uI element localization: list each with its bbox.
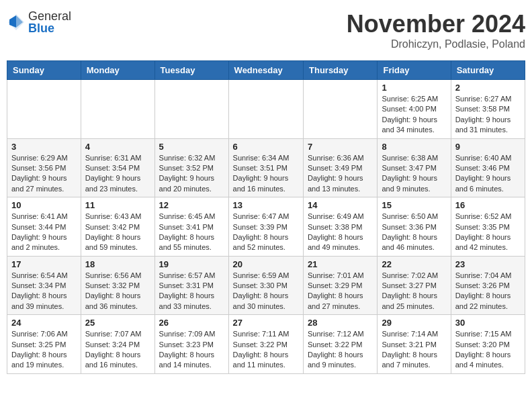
title-section: November 2024 Drohiczyn, Podlasie, Polan… [347, 10, 525, 50]
day-info: Sunrise: 6:56 AM Sunset: 3:32 PM Dayligh… [85, 271, 150, 312]
day-number: 4 [85, 142, 150, 152]
month-title: November 2024 [347, 10, 525, 38]
week-row-3: 10Sunrise: 6:41 AM Sunset: 3:44 PM Dayli… [7, 197, 525, 257]
week-row-4: 17Sunrise: 6:54 AM Sunset: 3:34 PM Dayli… [7, 256, 525, 315]
day-info: Sunrise: 6:41 AM Sunset: 3:44 PM Dayligh… [11, 212, 77, 253]
day-info: Sunrise: 6:57 AM Sunset: 3:31 PM Dayligh… [159, 271, 224, 312]
svg-marker-2 [9, 15, 16, 28]
logo-general-text: General [28, 10, 71, 22]
column-header-sunday: Sunday [7, 61, 81, 80]
day-info: Sunrise: 6:34 AM Sunset: 3:51 PM Dayligh… [233, 153, 299, 195]
day-number: 24 [11, 318, 77, 328]
day-number: 15 [382, 200, 446, 210]
day-cell: 15Sunrise: 6:50 AM Sunset: 3:36 PM Dayli… [378, 197, 451, 257]
day-number: 26 [159, 318, 224, 328]
day-cell [81, 80, 154, 139]
day-info: Sunrise: 6:47 AM Sunset: 3:39 PM Dayligh… [233, 212, 299, 253]
day-cell [228, 80, 303, 139]
day-info: Sunrise: 6:54 AM Sunset: 3:34 PM Dayligh… [11, 271, 77, 312]
day-info: Sunrise: 6:25 AM Sunset: 4:00 PM Dayligh… [382, 94, 446, 136]
logo-text: General Blue [28, 10, 71, 34]
day-cell: 4Sunrise: 6:31 AM Sunset: 3:54 PM Daylig… [81, 138, 154, 197]
week-row-2: 3Sunrise: 6:29 AM Sunset: 3:56 PM Daylig… [7, 138, 525, 197]
day-number: 30 [455, 318, 521, 328]
day-info: Sunrise: 6:32 AM Sunset: 3:52 PM Dayligh… [159, 153, 224, 195]
day-cell [7, 80, 81, 139]
day-number: 10 [11, 200, 77, 210]
day-cell: 3Sunrise: 6:29 AM Sunset: 3:56 PM Daylig… [7, 138, 81, 197]
day-number: 14 [308, 200, 373, 210]
day-number: 20 [233, 259, 299, 269]
day-number: 17 [11, 259, 77, 269]
day-number: 13 [233, 200, 299, 210]
day-info: Sunrise: 7:12 AM Sunset: 3:22 PM Dayligh… [308, 329, 373, 371]
day-info: Sunrise: 6:50 AM Sunset: 3:36 PM Dayligh… [382, 212, 446, 253]
day-info: Sunrise: 6:31 AM Sunset: 3:54 PM Dayligh… [85, 153, 150, 195]
day-cell: 20Sunrise: 6:59 AM Sunset: 3:30 PM Dayli… [228, 256, 303, 315]
day-cell: 13Sunrise: 6:47 AM Sunset: 3:39 PM Dayli… [228, 197, 303, 257]
day-number: 2 [455, 83, 521, 93]
calendar-header-row: SundayMondayTuesdayWednesdayThursdayFrid… [7, 61, 525, 80]
day-info: Sunrise: 7:06 AM Sunset: 3:25 PM Dayligh… [11, 329, 77, 371]
day-number: 22 [382, 259, 446, 269]
location-title: Drohiczyn, Podlasie, Poland [347, 38, 525, 50]
day-number: 23 [455, 259, 521, 269]
day-info: Sunrise: 7:01 AM Sunset: 3:29 PM Dayligh… [308, 271, 373, 312]
day-number: 18 [85, 259, 150, 269]
day-cell: 26Sunrise: 7:09 AM Sunset: 3:23 PM Dayli… [154, 315, 228, 374]
day-number: 21 [308, 259, 373, 269]
day-info: Sunrise: 7:09 AM Sunset: 3:23 PM Dayligh… [159, 329, 224, 371]
day-cell: 14Sunrise: 6:49 AM Sunset: 3:38 PM Dayli… [304, 197, 378, 257]
day-cell: 29Sunrise: 7:14 AM Sunset: 3:21 PM Dayli… [378, 315, 451, 374]
day-cell: 1Sunrise: 6:25 AM Sunset: 4:00 PM Daylig… [378, 80, 451, 139]
day-info: Sunrise: 6:29 AM Sunset: 3:56 PM Dayligh… [11, 153, 77, 195]
day-cell: 24Sunrise: 7:06 AM Sunset: 3:25 PM Dayli… [7, 315, 81, 374]
column-header-friday: Friday [378, 61, 451, 80]
day-cell: 30Sunrise: 7:15 AM Sunset: 3:20 PM Dayli… [451, 315, 525, 374]
calendar: SundayMondayTuesdayWednesdayThursdayFrid… [7, 60, 525, 374]
day-info: Sunrise: 7:07 AM Sunset: 3:24 PM Dayligh… [85, 329, 150, 371]
header: General Blue November 2024 Drohiczyn, Po… [7, 7, 525, 54]
day-info: Sunrise: 6:38 AM Sunset: 3:47 PM Dayligh… [382, 153, 446, 195]
day-cell: 9Sunrise: 6:40 AM Sunset: 3:46 PM Daylig… [451, 138, 525, 197]
day-cell [154, 80, 228, 139]
day-info: Sunrise: 7:15 AM Sunset: 3:20 PM Dayligh… [455, 329, 521, 371]
day-cell: 10Sunrise: 6:41 AM Sunset: 3:44 PM Dayli… [7, 197, 81, 257]
day-cell: 19Sunrise: 6:57 AM Sunset: 3:31 PM Dayli… [154, 256, 228, 315]
day-cell: 11Sunrise: 6:43 AM Sunset: 3:42 PM Dayli… [81, 197, 154, 257]
day-number: 25 [85, 318, 150, 328]
day-number: 11 [85, 200, 150, 210]
day-info: Sunrise: 7:02 AM Sunset: 3:27 PM Dayligh… [382, 271, 446, 312]
day-number: 12 [159, 200, 224, 210]
day-cell: 16Sunrise: 6:52 AM Sunset: 3:35 PM Dayli… [451, 197, 525, 257]
day-number: 5 [159, 142, 224, 152]
day-number: 28 [308, 318, 373, 328]
logo: General Blue [7, 10, 71, 34]
day-number: 16 [455, 200, 521, 210]
day-cell: 12Sunrise: 6:45 AM Sunset: 3:41 PM Dayli… [154, 197, 228, 257]
day-info: Sunrise: 7:04 AM Sunset: 3:26 PM Dayligh… [455, 271, 521, 312]
day-number: 19 [159, 259, 224, 269]
day-info: Sunrise: 6:27 AM Sunset: 3:58 PM Dayligh… [455, 94, 521, 136]
day-number: 27 [233, 318, 299, 328]
week-row-1: 1Sunrise: 6:25 AM Sunset: 4:00 PM Daylig… [7, 80, 525, 139]
day-info: Sunrise: 6:49 AM Sunset: 3:38 PM Dayligh… [308, 212, 373, 253]
day-info: Sunrise: 6:52 AM Sunset: 3:35 PM Dayligh… [455, 212, 521, 253]
day-info: Sunrise: 6:45 AM Sunset: 3:41 PM Dayligh… [159, 212, 224, 253]
day-info: Sunrise: 7:11 AM Sunset: 3:22 PM Dayligh… [233, 329, 299, 371]
day-info: Sunrise: 6:36 AM Sunset: 3:49 PM Dayligh… [308, 153, 373, 195]
day-number: 3 [11, 142, 77, 152]
week-row-5: 24Sunrise: 7:06 AM Sunset: 3:25 PM Dayli… [7, 315, 525, 374]
day-cell: 6Sunrise: 6:34 AM Sunset: 3:51 PM Daylig… [228, 138, 303, 197]
day-number: 1 [382, 83, 446, 93]
day-cell: 27Sunrise: 7:11 AM Sunset: 3:22 PM Dayli… [228, 315, 303, 374]
day-number: 8 [382, 142, 446, 152]
day-number: 6 [233, 142, 299, 152]
day-number: 7 [308, 142, 373, 152]
column-header-wednesday: Wednesday [228, 61, 303, 80]
day-info: Sunrise: 7:14 AM Sunset: 3:21 PM Dayligh… [382, 329, 446, 371]
day-cell [304, 80, 378, 139]
day-cell: 22Sunrise: 7:02 AM Sunset: 3:27 PM Dayli… [378, 256, 451, 315]
day-cell: 8Sunrise: 6:38 AM Sunset: 3:47 PM Daylig… [378, 138, 451, 197]
day-cell: 7Sunrise: 6:36 AM Sunset: 3:49 PM Daylig… [304, 138, 378, 197]
